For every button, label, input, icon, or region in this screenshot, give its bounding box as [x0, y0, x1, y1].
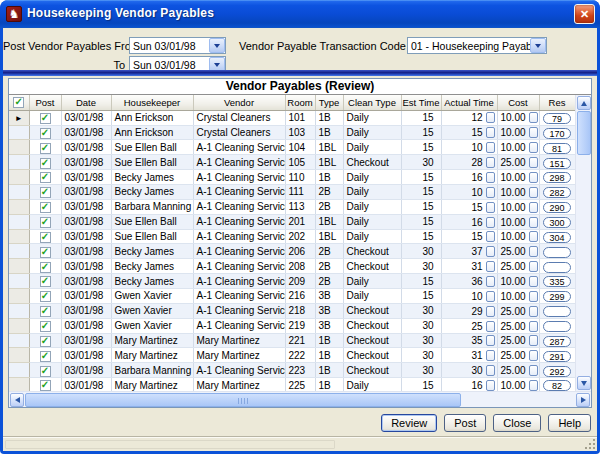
res-number-field[interactable]	[543, 321, 571, 332]
title-bar[interactable]: ♞ Housekeeping Vendor Payables ✕	[0, 0, 600, 28]
res-number-field[interactable]: 170	[543, 128, 571, 139]
row-selector[interactable]	[9, 274, 29, 289]
select-all-header[interactable]: ✓	[9, 95, 29, 110]
res-number-field[interactable]: 282	[543, 187, 571, 198]
row-selector[interactable]	[9, 199, 29, 214]
select-all-checkbox[interactable]: ✓	[13, 97, 24, 108]
row-selector[interactable]	[9, 288, 29, 303]
table-row[interactable]: ✓03/01/98Sue Ellen BallA-1 Cleaning Serv…	[9, 140, 575, 155]
cost-detail-button[interactable]	[529, 217, 538, 228]
post-checkbox[interactable]: ✓	[40, 247, 51, 258]
post-checkbox[interactable]: ✓	[40, 202, 51, 213]
col-header-date[interactable]: Date	[61, 95, 111, 110]
scroll-left-icon[interactable]	[10, 393, 24, 407]
col-header-housekeeper[interactable]: Housekeeper	[111, 95, 193, 110]
cost-detail-button[interactable]	[529, 127, 538, 138]
cost-detail-button[interactable]	[529, 231, 538, 242]
table-row[interactable]: ✓03/01/98Sue Ellen BallA-1 Cleaning Serv…	[9, 229, 575, 244]
vertical-scrollbar[interactable]	[575, 95, 591, 391]
post-checkbox[interactable]: ✓	[40, 306, 51, 317]
transaction-code-combo[interactable]: 01 - Housekeeping Payable	[407, 37, 547, 54]
row-selector[interactable]	[9, 140, 29, 155]
cost-detail-button[interactable]	[529, 335, 538, 346]
scroll-up-icon[interactable]	[577, 96, 591, 110]
post-checkbox[interactable]: ✓	[40, 366, 51, 377]
row-selector[interactable]	[9, 318, 29, 333]
res-number-field[interactable]	[543, 306, 571, 317]
actual-time-detail-button[interactable]	[486, 157, 495, 168]
actual-time-detail-button[interactable]	[486, 350, 495, 361]
col-header-room[interactable]: Room	[285, 95, 315, 110]
actual-time-detail-button[interactable]	[486, 380, 495, 391]
actual-time-detail-button[interactable]	[486, 202, 495, 213]
col-header-res[interactable]: Res	[539, 95, 575, 110]
res-number-field[interactable]: 290	[543, 202, 571, 213]
post-checkbox[interactable]: ✓	[40, 217, 51, 228]
table-row[interactable]: ✓03/01/98Sue Ellen BallA-1 Cleaning Serv…	[9, 214, 575, 229]
row-selector[interactable]	[9, 214, 29, 229]
cost-detail-button[interactable]	[529, 276, 538, 287]
cost-detail-button[interactable]	[529, 246, 538, 257]
horizontal-scrollbar[interactable]	[9, 391, 591, 407]
actual-time-detail-button[interactable]	[486, 276, 495, 287]
res-number-field[interactable]: 79	[543, 113, 571, 124]
resize-grip[interactable]	[585, 439, 595, 449]
res-number-field[interactable]: 292	[543, 366, 571, 377]
table-row[interactable]: ✓03/01/98Gwen XavierA-1 Cleaning Service…	[9, 303, 575, 318]
actual-time-detail-button[interactable]	[486, 261, 495, 272]
cost-detail-button[interactable]	[529, 202, 538, 213]
col-header-actual-time[interactable]: Actual Time	[441, 95, 497, 110]
cost-detail-button[interactable]	[529, 291, 538, 302]
table-row[interactable]: ✓03/01/98Becky JamesA-1 Cleaning Service…	[9, 170, 575, 185]
cost-detail-button[interactable]	[529, 261, 538, 272]
post-checkbox[interactable]: ✓	[40, 143, 51, 154]
table-row[interactable]: ✓03/01/98Ann EricksonCrystal Cleaners103…	[9, 125, 575, 140]
post-checkbox[interactable]: ✓	[40, 291, 51, 302]
scroll-right-icon[interactable]	[576, 393, 590, 407]
res-number-field[interactable]: 287	[543, 336, 571, 347]
res-number-field[interactable]: 291	[543, 351, 571, 362]
post-checkbox[interactable]: ✓	[40, 321, 51, 332]
col-header-est-time[interactable]: Est Time	[401, 95, 441, 110]
res-number-field[interactable]: 298	[543, 172, 571, 183]
cost-detail-button[interactable]	[529, 380, 538, 391]
row-selector[interactable]	[9, 244, 29, 259]
post-checkbox[interactable]: ✓	[40, 276, 51, 287]
actual-time-detail-button[interactable]	[486, 172, 495, 183]
table-row[interactable]: ✓03/01/98Mary MartinezMary Martinez2211B…	[9, 333, 575, 348]
post-checkbox[interactable]: ✓	[40, 128, 51, 139]
row-selector[interactable]	[9, 363, 29, 378]
post-checkbox[interactable]: ✓	[40, 187, 51, 198]
post-checkbox[interactable]: ✓	[40, 351, 51, 362]
close-button[interactable]: Close	[493, 414, 541, 432]
post-checkbox[interactable]: ✓	[40, 232, 51, 243]
row-selector[interactable]	[9, 348, 29, 363]
col-header-cost[interactable]: Cost	[497, 95, 539, 110]
close-icon[interactable]: ✕	[574, 4, 595, 24]
row-selector[interactable]	[9, 259, 29, 274]
table-row[interactable]: ✓03/01/98Mary MartinezMary Martinez2251B…	[9, 378, 575, 391]
res-number-field[interactable]	[543, 262, 571, 273]
horizontal-scroll-thumb[interactable]	[25, 393, 461, 407]
col-header-clean-type[interactable]: Clean Type	[343, 95, 401, 110]
actual-time-detail-button[interactable]	[486, 127, 495, 138]
table-row[interactable]: ►✓03/01/98Ann EricksonCrystal Cleaners10…	[9, 110, 575, 125]
row-selector[interactable]	[9, 125, 29, 140]
table-row[interactable]: ✓03/01/98Sue Ellen BallA-1 Cleaning Serv…	[9, 155, 575, 170]
res-number-field[interactable]: 151	[543, 158, 571, 169]
table-row[interactable]: ✓03/01/98Becky JamesA-1 Cleaning Service…	[9, 244, 575, 259]
row-selector[interactable]	[9, 333, 29, 348]
table-row[interactable]: ✓03/01/98Becky JamesA-1 Cleaning Service…	[9, 274, 575, 289]
actual-time-detail-button[interactable]	[486, 365, 495, 376]
actual-time-detail-button[interactable]	[486, 112, 495, 123]
actual-time-detail-button[interactable]	[486, 231, 495, 242]
table-row[interactable]: ✓03/01/98Becky JamesA-1 Cleaning Service…	[9, 184, 575, 199]
post-checkbox[interactable]: ✓	[40, 336, 51, 347]
actual-time-detail-button[interactable]	[486, 217, 495, 228]
post-checkbox[interactable]: ✓	[40, 172, 51, 183]
review-button[interactable]: Review	[381, 414, 437, 432]
table-row[interactable]: ✓03/01/98Barbara ManningA-1 Cleaning Ser…	[9, 363, 575, 378]
actual-time-detail-button[interactable]	[486, 142, 495, 153]
cost-detail-button[interactable]	[529, 321, 538, 332]
from-date-combo[interactable]: Sun 03/01/98	[129, 37, 226, 54]
